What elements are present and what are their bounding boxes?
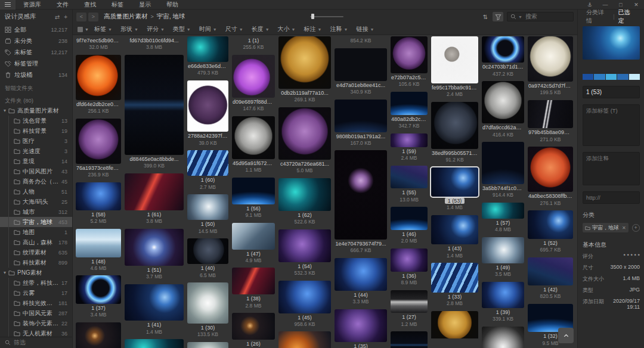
folder-item[interactable]: 中国风元素287	[0, 308, 72, 318]
grid-item[interactable]: 1e4e704793674f79... 666.7 KB	[335, 150, 387, 256]
image-thumbnail[interactable]	[278, 331, 331, 348]
grid-item[interactable]: 854.2 KB	[335, 36, 387, 46]
grid-item[interactable]: 1 (28) 614.1 KB	[76, 322, 121, 348]
folder-item[interactable]: 中国风图片43	[0, 166, 72, 176]
grid-item[interactable]: 45d95a91f67228d... 1.1 MB	[232, 116, 275, 176]
grid-item[interactable]: c43720a726ea681... 5.0 MB	[278, 107, 331, 176]
grid-item[interactable]: 2788a242397f38cd... 39.0 KB	[187, 80, 228, 148]
image-thumbnail[interactable]	[528, 147, 573, 192]
grid-item[interactable]: 1 (55) 13.0 MB	[391, 166, 428, 206]
grid-item[interactable]: 1 (47) 4.9 MB	[232, 223, 275, 266]
folder-item[interactable]: 商务办公（手...45	[0, 176, 72, 187]
grid-item[interactable]: 1 (58) 5.2 MB	[76, 182, 121, 227]
caret-down-icon[interactable]: ▾	[4, 108, 8, 113]
grid-item[interactable]: 1 (43) 1.4 MB	[431, 215, 478, 261]
folder-item[interactable]: 大海/码头25	[0, 197, 72, 207]
grid-item-partial[interactable]	[431, 311, 478, 338]
sidebar-item-stack[interactable]: 未分类238	[0, 35, 72, 46]
filter-chip-8[interactable]: 标注▼	[304, 25, 322, 33]
image-thumbnail[interactable]	[528, 210, 573, 239]
folder-item[interactable]: 光速度3	[0, 146, 72, 156]
image-thumbnail[interactable]	[278, 281, 331, 313]
scroll-to-top-button[interactable]	[558, 328, 574, 343]
remove-tag-icon[interactable]: ✕	[622, 225, 626, 231]
search-input[interactable]: ▼ 搜索	[507, 12, 574, 21]
image-thumbnail[interactable]	[125, 55, 184, 155]
image-thumbnail[interactable]	[232, 116, 275, 159]
folder-item[interactable]: 地图1	[0, 227, 72, 237]
image-thumbnail[interactable]	[335, 48, 387, 81]
filter-chip-10[interactable]: 链接▼	[356, 25, 374, 33]
folder-item[interactable]: ▾高质量图片素材	[0, 105, 72, 116]
grid-item[interactable]: 1 (42) 820.5 KB	[528, 257, 573, 302]
filter-button[interactable]	[493, 12, 503, 21]
filter-chip-2[interactable]: 评分▼	[147, 25, 165, 33]
palette-swatch-2[interactable]	[606, 74, 617, 80]
grid-item[interactable]: 1 (38) 2.8 MB	[232, 268, 275, 311]
filter-chip-3[interactable]: 类型▼	[173, 25, 191, 33]
grid-item[interactable]: 1 (30) 133.5 KB	[187, 282, 228, 340]
image-thumbnail[interactable]	[431, 263, 478, 292]
palette-swatch-1[interactable]	[594, 74, 605, 80]
image-thumbnail[interactable]	[482, 327, 524, 348]
image-thumbnail[interactable]	[528, 100, 573, 129]
grid-item[interactable]: 1 (40) 6.5 MB	[187, 238, 228, 281]
filter-chip-4[interactable]: 时间▼	[199, 25, 217, 33]
sidebar-item-tags[interactable]: 标签管理	[0, 58, 72, 69]
folder-item[interactable]: 丝带，科技线条17	[0, 278, 72, 288]
filename-field[interactable]: 1 (53)	[583, 86, 640, 98]
grid-item[interactable]: 1 (27) 1.2 MB	[391, 290, 428, 330]
inspector-tab-1[interactable]: 已选定	[615, 8, 639, 25]
grid-item[interactable]: 1 (31) 6.1 MB	[125, 339, 184, 348]
image-thumbnail[interactable]	[232, 223, 275, 250]
grid-item[interactable]: e66de833e6dd61d... 479.3 KB	[187, 36, 228, 79]
image-thumbnail[interactable]	[431, 102, 478, 149]
menu-item-0[interactable]: 资源库	[16, 0, 49, 10]
image-thumbnail[interactable]	[431, 215, 478, 244]
image-thumbnail[interactable]	[431, 167, 478, 197]
image-thumbnail[interactable]	[187, 282, 228, 324]
image-thumbnail[interactable]	[76, 322, 121, 348]
image-thumbnail[interactable]	[125, 339, 184, 348]
grid-item[interactable]: 1 (48) 4.6 MB	[76, 229, 121, 274]
image-thumbnail[interactable]	[278, 229, 331, 262]
notes-field[interactable]: 添加注释	[583, 152, 640, 185]
grid-item[interactable]: 1 (1) 255.6 KB	[232, 36, 275, 53]
grid-item[interactable]: 1 (35) 6.9 MB	[335, 309, 387, 348]
image-thumbnail[interactable]	[232, 178, 275, 204]
filter-chip-9[interactable]: 注释▼	[330, 25, 348, 33]
grid-item[interactable]: 76a19373ce8fe708... 236.9 KB	[76, 119, 121, 181]
grid-item[interactable]: 4a0bec58308ffb4e... 276.1 KB	[528, 147, 573, 209]
grid-item[interactable]: e72b07a2c578087... 105.6 KB	[391, 36, 428, 90]
menu-item-3[interactable]: 标签	[104, 0, 131, 10]
add-category-button[interactable]: +	[632, 224, 640, 232]
folder-item[interactable]: 无人机素材36	[0, 328, 72, 337]
folder-item[interactable]: 意境14	[0, 156, 72, 166]
image-thumbnail[interactable]	[76, 275, 121, 304]
image-thumbnail[interactable]	[528, 257, 573, 286]
tags-field[interactable]: 添加标签 (T)	[583, 104, 640, 146]
layout-mode-button[interactable]: ▼	[78, 26, 89, 33]
grid-item[interactable]: fd67d3b010c6fd94... 3.8 MB	[125, 36, 184, 53]
switch-library-icon[interactable]: ⇄	[55, 14, 60, 20]
folder-item[interactable]: ▾PNG素材	[0, 268, 72, 278]
grid-item[interactable]: 1 (26) 1.2 MB	[232, 313, 275, 348]
grid-item[interactable]: 3a5bb744f1c0820d... 914.4 KB	[482, 142, 524, 201]
folder-item[interactable]: 浅色背景13	[0, 116, 72, 126]
folder-item[interactable]: 人物51	[0, 187, 72, 197]
image-thumbnail[interactable]	[187, 342, 228, 348]
filter-chip-7[interactable]: 大小▼	[278, 25, 296, 33]
image-thumbnail[interactable]	[125, 229, 184, 266]
grid-item[interactable]: 1 (41) 1.4 MB	[125, 284, 184, 338]
grid-item-partial[interactable]	[391, 331, 428, 348]
slider-knob[interactable]	[311, 14, 314, 19]
grid-item[interactable]: 9f7e7eec5db9076c... 32.0 MB	[76, 36, 121, 53]
image-thumbnail[interactable]	[335, 100, 387, 132]
link-field[interactable]: http://	[583, 191, 640, 204]
image-thumbnail[interactable]	[391, 331, 428, 348]
image-thumbnail[interactable]	[391, 133, 428, 147]
grid-item[interactable]: d09e6897f88db67... 147.6 KB	[232, 55, 275, 114]
image-thumbnail[interactable]	[187, 36, 228, 62]
sort-button[interactable]: ⇅	[480, 12, 491, 21]
grid-item[interactable]: 1 (60) 2.7 MB	[187, 150, 228, 192]
